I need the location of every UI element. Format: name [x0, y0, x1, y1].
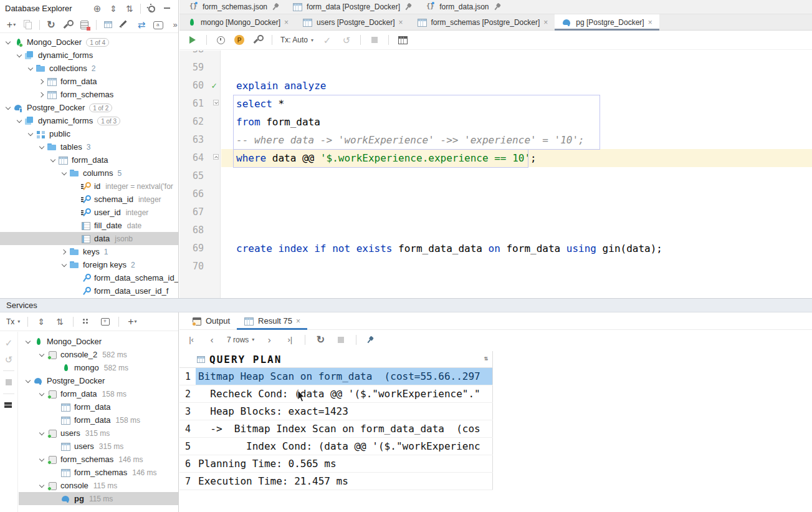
- code-line-63[interactable]: -- where data -> 'workExperience' ->> 'e…: [221, 131, 812, 149]
- chevron-right-icon[interactable]: [37, 90, 47, 99]
- code-line-64-current[interactable]: where data @@ '$.workExperience.experien…: [221, 149, 812, 167]
- code-line-61[interactable]: select *: [221, 95, 812, 113]
- tab-form-schemas[interactable]: form_schemas [Postgre_Docker] ×: [410, 14, 555, 30]
- result-row-4[interactable]: 4 -> Bitmap Index Scan on form_data_data…: [179, 420, 493, 438]
- query-plan-column-header[interactable]: QUERY PLAN ⇅: [179, 351, 493, 368]
- chevron-down-icon[interactable]: [15, 116, 24, 125]
- commit-icon[interactable]: ✓: [322, 34, 333, 46]
- tree-item-public[interactable]: public: [0, 127, 178, 140]
- service-console-session[interactable]: console 115 ms: [19, 479, 178, 492]
- tree-item-fk-user-id[interactable]: form_data_user_id_f: [0, 284, 178, 296]
- service-postgre-docker[interactable]: Postgre_Docker: [19, 374, 178, 387]
- service-users-session[interactable]: users 315 ms: [19, 427, 178, 440]
- tab-form-data-json[interactable]: form_data.json: [419, 0, 507, 14]
- chevron-down-icon[interactable]: [24, 376, 33, 385]
- tab-form-schemas-json[interactable]: form_schemas.json: [182, 0, 286, 14]
- console-layout-icon[interactable]: [3, 400, 14, 411]
- chevron-down-icon[interactable]: [15, 51, 24, 60]
- edit-pencil-icon[interactable]: [119, 19, 130, 31]
- chevron-down-icon[interactable]: [37, 389, 47, 398]
- fold-marker-icon[interactable]: [213, 154, 219, 160]
- tab-form-data-table[interactable]: form_data [Postgre_Docker]: [286, 0, 419, 14]
- chevron-down-icon[interactable]: [4, 103, 13, 112]
- tab-output[interactable]: Output: [184, 312, 237, 329]
- code-line-58[interactable]: [221, 51, 812, 59]
- rollback-icon[interactable]: ↺: [3, 354, 14, 365]
- tree-item-foreign-keys[interactable]: foreign keys 2: [0, 258, 178, 271]
- pin-tab-icon[interactable]: [365, 334, 377, 346]
- code-line-68[interactable]: [221, 221, 812, 239]
- tree-item-dynamic-forms[interactable]: dynamic_forms: [0, 49, 178, 62]
- locate-icon[interactable]: ⊕: [92, 3, 103, 14]
- tree-item-dynamic-forms-pg[interactable]: dynamic_forms 1 of 3: [0, 114, 178, 127]
- result-row-7[interactable]: 7Execution Time: 21.457 ms: [179, 473, 493, 490]
- close-icon[interactable]: ×: [543, 18, 548, 27]
- group-by-icon[interactable]: [81, 316, 92, 327]
- stop-button[interactable]: [3, 377, 14, 388]
- tree-item-form-data[interactable]: form_data: [0, 75, 178, 88]
- add-button[interactable]: + ▾: [127, 316, 138, 327]
- chevron-down-icon[interactable]: [37, 428, 47, 438]
- fold-marker-icon[interactable]: [213, 100, 219, 105]
- chevron-down-icon[interactable]: [37, 142, 47, 152]
- result-row-2[interactable]: 2 Recheck Cond: (data @@ '($."workExperi…: [179, 385, 493, 403]
- tree-item-mongo-docker[interactable]: Mongo_Docker 1 of 4: [0, 36, 178, 49]
- chevron-down-icon[interactable]: [37, 455, 47, 464]
- chevron-down-icon[interactable]: [24, 337, 33, 346]
- service-form-schemas-session[interactable]: form_schemas 146 ms: [19, 453, 178, 466]
- chevron-down-icon[interactable]: [60, 168, 69, 178]
- result-row-3[interactable]: 3 Heap Blocks: exact=1423: [179, 403, 493, 420]
- expand-all-icon[interactable]: ⇕: [108, 3, 119, 14]
- services-panel-header[interactable]: Services: [0, 298, 812, 312]
- result-row-6[interactable]: 6Planning Time: 0.565 ms: [179, 455, 493, 473]
- settings-wrench-icon[interactable]: [252, 34, 264, 46]
- tree-item-column-user-id[interactable]: user_id integer: [0, 206, 178, 219]
- tree-item-form-schemas[interactable]: form_schemas: [0, 88, 178, 101]
- service-mongo-query[interactable]: mongo 582 ms: [19, 361, 178, 374]
- close-icon[interactable]: ×: [398, 18, 403, 27]
- tree-item-postgre-docker[interactable]: Postgre_Docker 1 of 2: [0, 101, 178, 114]
- tree-item-columns[interactable]: columns 5: [0, 167, 178, 180]
- wrench-icon[interactable]: [62, 19, 74, 31]
- tab-result-active[interactable]: Result 75 ×: [237, 312, 307, 329]
- previous-page-icon[interactable]: ‹: [206, 334, 217, 345]
- explain-plan-icon[interactable]: [397, 34, 408, 46]
- stop-button[interactable]: [335, 334, 346, 345]
- service-mongo-docker[interactable]: Mongo_Docker: [19, 335, 178, 348]
- tree-item-collections[interactable]: collections 2: [0, 62, 178, 75]
- expand-all-icon[interactable]: ⇕: [36, 316, 47, 327]
- commit-icon[interactable]: ✓: [3, 337, 14, 348]
- run-button[interactable]: [187, 34, 198, 46]
- rows-count-dropdown[interactable]: 7 rows▾: [227, 336, 254, 344]
- session-badge[interactable]: P: [234, 35, 244, 45]
- service-form-data-result-2[interactable]: form_data 158 ms: [19, 413, 178, 427]
- add-service-frame-icon[interactable]: [100, 316, 111, 327]
- code-line-65[interactable]: [221, 167, 812, 185]
- tab-pg-console-active[interactable]: pg [Postgre_Docker] ×: [555, 14, 659, 30]
- collapse-all-icon[interactable]: ⇅: [124, 3, 135, 14]
- sort-icon[interactable]: ⇅: [484, 354, 488, 362]
- service-form-data-session[interactable]: form_data 158 ms: [19, 387, 178, 400]
- result-row-1-selected[interactable]: 1Bitmap Heap Scan on form_data (cost=55.…: [179, 368, 493, 385]
- pin-icon[interactable]: [269, 1, 282, 13]
- chevron-down-icon[interactable]: [49, 155, 58, 165]
- close-icon[interactable]: ×: [284, 18, 289, 27]
- stop-button[interactable]: [369, 34, 380, 46]
- code-line-60[interactable]: explain analyze: [221, 77, 812, 95]
- chevron-down-icon[interactable]: [60, 260, 69, 269]
- code-line-59[interactable]: [221, 59, 812, 77]
- code-line-66[interactable]: [221, 185, 812, 203]
- first-page-icon[interactable]: |‹: [186, 334, 197, 345]
- chevron-right-icon[interactable]: [37, 77, 47, 86]
- chevron-down-icon[interactable]: [26, 64, 36, 73]
- chevron-down-icon[interactable]: [26, 129, 36, 138]
- chevron-down-icon[interactable]: [37, 350, 47, 359]
- pin-icon[interactable]: [402, 1, 414, 13]
- last-page-icon[interactable]: ›|: [284, 334, 295, 345]
- tab-mongo-console[interactable]: mongo [Mongo_Docker] ×: [179, 14, 295, 30]
- tree-item-column-schema-id[interactable]: schema_id integer: [0, 193, 178, 206]
- chevron-down-icon[interactable]: [4, 37, 13, 47]
- hide-panel-icon[interactable]: [162, 3, 173, 14]
- jump-to-ddl-icon[interactable]: ⇄: [136, 19, 147, 31]
- chevron-down-icon[interactable]: [37, 481, 47, 490]
